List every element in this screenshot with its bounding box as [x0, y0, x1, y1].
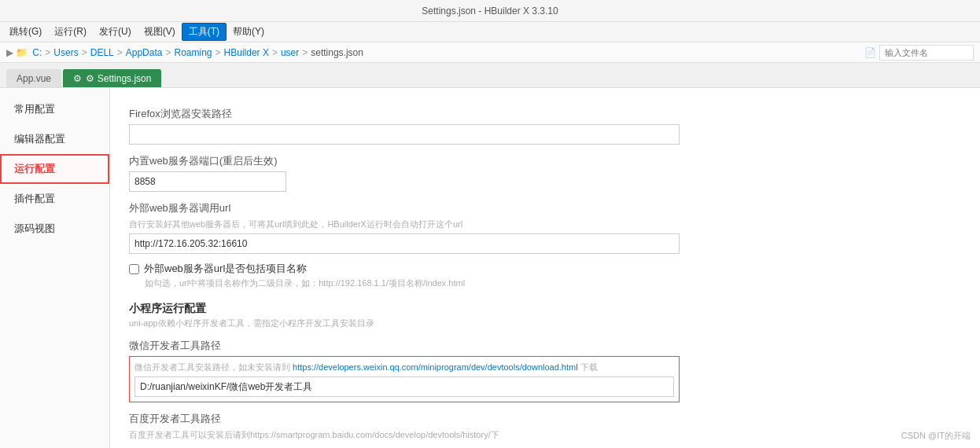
breadcrumb-c[interactable]: C: [32, 47, 42, 58]
sidebar-item-source[interactable]: 源码视图 [0, 214, 109, 244]
wechat-box: 微信开发者工具安装路径，如未安装请到 https://developers.we… [129, 356, 680, 402]
tab-settings-json[interactable]: ⚙ ⚙ Settings.json [63, 69, 161, 87]
mini-program-sub: uni-app依赖小程序开发者工具，需指定小程序开发工具安装目录 [129, 318, 961, 329]
sidebar-item-plugin[interactable]: 插件配置 [0, 184, 109, 214]
breadcrumb-bar: ▶ 📁 C: > Users > DELL > AppData > Roamin… [0, 42, 980, 63]
wechat-hint-suffix: 下载 [580, 362, 598, 372]
breadcrumb-users[interactable]: Users [53, 47, 78, 58]
file-name-input[interactable] [879, 45, 974, 61]
menu-jump[interactable]: 跳转(G) [3, 24, 48, 40]
menu-tools[interactable]: 工具(T) [182, 23, 227, 41]
watermark: CSDN @IT的开端 [901, 430, 971, 442]
firefox-input[interactable] [129, 124, 680, 145]
breadcrumb-appdata[interactable]: AppData [126, 47, 163, 58]
menu-view[interactable]: 视图(V) [138, 24, 182, 40]
wechat-hint: 微信开发者工具安装路径，如未安装请到 https://developers.we… [134, 362, 674, 373]
checkbox-sublabel: 如勾选，url中将项目名称作为二级目录，如：http://192.168.1.1… [145, 277, 961, 289]
title-bar-text: Settings.json - HBuilder X 3.3.10 [422, 6, 558, 17]
wechat-path-input[interactable] [134, 376, 674, 397]
include-project-name-checkbox[interactable] [129, 264, 139, 274]
wechat-label: 微信开发者工具路径 [129, 339, 961, 353]
main-layout: 常用配置 编辑器配置 运行配置 插件配置 源码视图 Firefox浏览器安装路径… [0, 88, 980, 448]
breadcrumb-roaming[interactable]: Roaming [174, 47, 212, 58]
title-bar: Settings.json - HBuilder X 3.3.10 [0, 0, 980, 22]
menu-publish[interactable]: 发行(U) [93, 24, 138, 40]
internal-web-label: 内置web服务器端口(重启后生效) [129, 154, 961, 168]
internal-web-input[interactable] [129, 171, 286, 192]
breadcrumb-icon: ▶ 📁 [6, 47, 28, 58]
wechat-hint-text: 微信开发者工具安装路径，如未安装请到 [134, 362, 290, 372]
external-web-sublabel: 自行安装好其他web服务器后，可将其url填到此处，HBuilderX运行时会自… [129, 218, 961, 230]
checkbox-label: 外部web服务器url是否包括项目名称 [144, 262, 307, 276]
file-input-area: 📄 [864, 45, 974, 61]
menu-help[interactable]: 帮助(Y) [227, 24, 271, 40]
tab-app-vue[interactable]: App.vue [6, 69, 61, 87]
wechat-hint-link[interactable]: https://developers.weixin.qq.com/minipro… [293, 362, 578, 372]
menu-bar: 跳转(G) 运行(R) 发行(U) 视图(V) 工具(T) 帮助(Y) [0, 22, 980, 42]
mini-program-title: 小程序运行配置 [129, 302, 961, 316]
settings-gear-icon: ⚙ [73, 73, 82, 84]
firefox-label: Firefox浏览器安装路径 [129, 107, 961, 121]
breadcrumb-settings: settings.json [311, 47, 363, 58]
checkbox-row: 外部web服务器url是否包括项目名称 [129, 262, 961, 276]
sidebar-item-runtime[interactable]: 运行配置 [0, 154, 109, 184]
external-web-label: 外部web服务器调用url [129, 201, 961, 215]
external-web-input[interactable] [129, 233, 680, 254]
sidebar-item-common[interactable]: 常用配置 [0, 94, 109, 124]
baidu-section: 百度开发者工具路径 百度开发者工具可以安装后请到https://smartpro… [129, 412, 961, 441]
baidu-label: 百度开发者工具路径 [129, 412, 961, 426]
breadcrumb-hbuilderx[interactable]: HBuilder X [224, 47, 269, 58]
content-area: Firefox浏览器安装路径 内置web服务器端口(重启后生效) 外部web服务… [110, 88, 980, 448]
breadcrumb-user[interactable]: user [281, 47, 299, 58]
sidebar: 常用配置 编辑器配置 运行配置 插件配置 源码视图 [0, 88, 110, 448]
file-input-icon: 📄 [864, 47, 876, 58]
baidu-sub: 百度开发者工具可以安装后请到https://smartprogram.baidu… [129, 429, 961, 441]
menu-run[interactable]: 运行(R) [48, 24, 93, 40]
tab-bar: App.vue ⚙ ⚙ Settings.json [0, 63, 980, 88]
breadcrumb-dell[interactable]: DELL [90, 47, 114, 58]
sidebar-item-editor[interactable]: 编辑器配置 [0, 124, 109, 154]
